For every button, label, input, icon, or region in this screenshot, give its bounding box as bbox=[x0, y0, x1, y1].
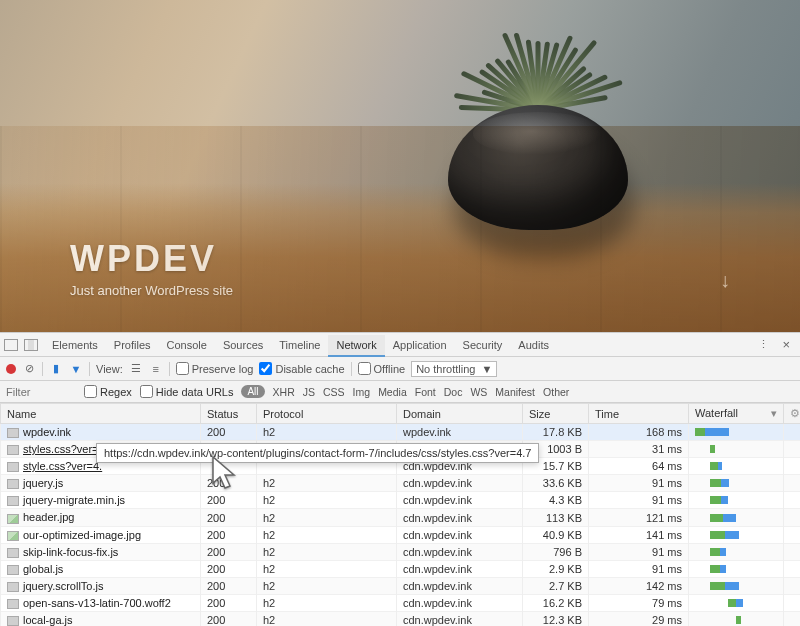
tab-security[interactable]: Security bbox=[455, 335, 511, 355]
table-row[interactable]: open-sans-v13-latin-700.woff2200h2cdn.wp… bbox=[1, 594, 801, 611]
cell-status bbox=[201, 458, 257, 475]
filter-type-other[interactable]: Other bbox=[543, 386, 569, 398]
filter-all-pill[interactable]: All bbox=[241, 385, 264, 398]
column-header[interactable]: Size bbox=[523, 404, 589, 424]
column-header[interactable]: Protocol bbox=[257, 404, 397, 424]
cell-protocol bbox=[257, 458, 397, 475]
tab-elements[interactable]: Elements bbox=[44, 335, 106, 355]
cell-domain: cdn.wpdev.ink bbox=[397, 441, 523, 458]
cell-domain: wpdev.ink bbox=[397, 424, 523, 441]
waterfall-bar bbox=[695, 426, 777, 438]
filter-type-js[interactable]: JS bbox=[303, 386, 315, 398]
view-small-icon[interactable]: ≡ bbox=[149, 363, 163, 375]
throttling-select[interactable]: No throttling ▼ bbox=[411, 361, 497, 377]
filter-type-ws[interactable]: WS bbox=[470, 386, 487, 398]
cell-protocol: h2 bbox=[257, 577, 397, 594]
hide-data-urls-checkbox[interactable]: Hide data URLs bbox=[140, 385, 234, 398]
table-row[interactable]: our-optimized-image.jpg200h2cdn.wpdev.in… bbox=[1, 526, 801, 543]
table-row[interactable]: local-ga.js200h2cdn.wpdev.ink12.3 KB29 m… bbox=[1, 612, 801, 626]
more-menu-icon[interactable]: ⋮ bbox=[754, 338, 774, 351]
waterfall-bar bbox=[695, 460, 777, 472]
cell-size: 2.9 KB bbox=[523, 560, 589, 577]
scroll-down-icon[interactable]: ↓ bbox=[720, 269, 730, 292]
preserve-log-checkbox[interactable]: Preserve log bbox=[176, 362, 254, 375]
tab-audits[interactable]: Audits bbox=[510, 335, 557, 355]
filter-input[interactable] bbox=[6, 386, 76, 398]
column-header[interactable]: Waterfall ▾ bbox=[689, 404, 784, 424]
cell-time: 31 ms bbox=[589, 441, 689, 458]
record-button[interactable] bbox=[6, 364, 16, 374]
waterfall-bar bbox=[695, 563, 777, 575]
network-toolbar: ⊘ ▮ ▼ View: ☰ ≡ Preserve log Disable cac… bbox=[0, 357, 800, 381]
disable-cache-checkbox[interactable]: Disable cache bbox=[259, 362, 344, 375]
tab-application[interactable]: Application bbox=[385, 335, 455, 355]
tab-console[interactable]: Console bbox=[159, 335, 215, 355]
offline-checkbox[interactable]: Offline bbox=[358, 362, 406, 375]
filter-type-font[interactable]: Font bbox=[415, 386, 436, 398]
file-icon bbox=[7, 445, 19, 455]
column-header[interactable]: Time bbox=[589, 404, 689, 424]
table-row[interactable]: global.js200h2cdn.wpdev.ink2.9 KB91 ms bbox=[1, 560, 801, 577]
request-name: our-optimized-image.jpg bbox=[23, 529, 141, 541]
network-filterbar: Regex Hide data URLs All XHRJSCSSImgMedi… bbox=[0, 381, 800, 403]
cell-size: 4.3 KB bbox=[523, 492, 589, 509]
regex-checkbox[interactable]: Regex bbox=[84, 385, 132, 398]
request-name: styles.css?ver=4.7 bbox=[23, 443, 114, 455]
clear-button[interactable]: ⊘ bbox=[22, 362, 36, 375]
table-row[interactable]: jquery.scrollTo.js200h2cdn.wpdev.ink2.7 … bbox=[1, 577, 801, 594]
table-row[interactable]: jquery-migrate.min.js200h2cdn.wpdev.ink4… bbox=[1, 492, 801, 509]
table-row[interactable]: skip-link-focus-fix.js200h2cdn.wpdev.ink… bbox=[1, 543, 801, 560]
filter-type-doc[interactable]: Doc bbox=[444, 386, 463, 398]
cell-status: 200 bbox=[201, 424, 257, 441]
tab-timeline[interactable]: Timeline bbox=[271, 335, 328, 355]
request-name: jquery.js bbox=[23, 477, 63, 489]
view-large-icon[interactable]: ☰ bbox=[129, 362, 143, 375]
table-row[interactable]: jquery.js200h2cdn.wpdev.ink33.6 KB91 ms bbox=[1, 475, 801, 492]
column-header[interactable]: Status bbox=[201, 404, 257, 424]
cell-size: 16.2 KB bbox=[523, 594, 589, 611]
column-header[interactable]: Domain bbox=[397, 404, 523, 424]
request-name: jquery-migrate.min.js bbox=[23, 494, 125, 506]
file-icon bbox=[7, 599, 19, 609]
cell-time: 91 ms bbox=[589, 560, 689, 577]
cell-domain: cdn.wpdev.ink bbox=[397, 509, 523, 526]
cell-time: 121 ms bbox=[589, 509, 689, 526]
filter-type-manifest[interactable]: Manifest bbox=[495, 386, 535, 398]
waterfall-bar bbox=[695, 477, 777, 489]
cell-size: 1003 B bbox=[523, 441, 589, 458]
inspect-icon[interactable] bbox=[4, 339, 18, 351]
devtools-panel: ElementsProfilesConsoleSourcesTimelineNe… bbox=[0, 332, 800, 626]
cell-size: 17.8 KB bbox=[523, 424, 589, 441]
tab-network[interactable]: Network bbox=[328, 335, 384, 357]
cell-domain: cdn.wpdev.ink bbox=[397, 475, 523, 492]
waterfall-bar bbox=[695, 614, 777, 626]
table-row[interactable]: style.css?ver=4.cdn.wpdev.ink15.7 KB64 m… bbox=[1, 458, 801, 475]
table-row[interactable]: header.jpg200h2cdn.wpdev.ink113 KB121 ms bbox=[1, 509, 801, 526]
request-name: global.js bbox=[23, 563, 63, 575]
cell-protocol: h2 bbox=[257, 475, 397, 492]
site-title: WPDEV bbox=[70, 238, 233, 280]
request-name: local-ga.js bbox=[23, 614, 73, 626]
tab-sources[interactable]: Sources bbox=[215, 335, 271, 355]
cell-status: 200 bbox=[201, 441, 257, 458]
table-row[interactable]: styles.css?ver=4.7200h2cdn.wpdev.ink1003… bbox=[1, 441, 801, 458]
cell-protocol: h2 bbox=[257, 424, 397, 441]
table-row[interactable]: wpdev.ink200h2wpdev.ink17.8 KB168 ms bbox=[1, 424, 801, 441]
file-icon bbox=[7, 582, 19, 592]
column-header[interactable]: Name bbox=[1, 404, 201, 424]
cell-time: 91 ms bbox=[589, 543, 689, 560]
filter-type-img[interactable]: Img bbox=[353, 386, 371, 398]
close-devtools-button[interactable]: × bbox=[776, 337, 796, 352]
devtools-tabbar: ElementsProfilesConsoleSourcesTimelineNe… bbox=[0, 333, 800, 357]
cell-time: 91 ms bbox=[589, 475, 689, 492]
device-icon[interactable] bbox=[24, 339, 38, 351]
filter-toggle-icon[interactable]: ▼ bbox=[69, 363, 83, 375]
filter-type-css[interactable]: CSS bbox=[323, 386, 345, 398]
filter-type-xhr[interactable]: XHR bbox=[273, 386, 295, 398]
tab-profiles[interactable]: Profiles bbox=[106, 335, 159, 355]
filter-type-media[interactable]: Media bbox=[378, 386, 407, 398]
column-header[interactable]: ⚙ bbox=[784, 404, 801, 424]
capture-screenshots-icon[interactable]: ▮ bbox=[49, 362, 63, 375]
request-name: header.jpg bbox=[23, 511, 74, 523]
cell-domain: cdn.wpdev.ink bbox=[397, 577, 523, 594]
